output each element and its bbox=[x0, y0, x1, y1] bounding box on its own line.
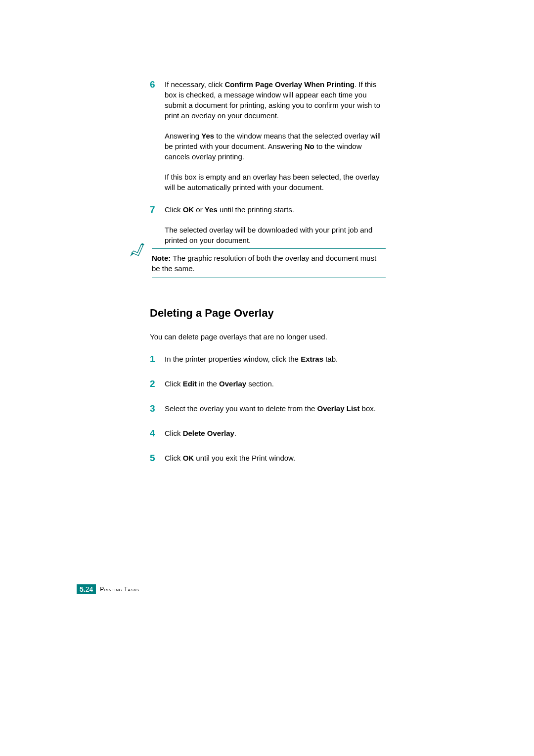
step-number: 6 bbox=[150, 79, 162, 90]
section-intro: You can delete page overlays that are no… bbox=[150, 332, 327, 341]
step-number: 3 bbox=[150, 403, 162, 414]
step-3: 3 Select the overlay you want to delete … bbox=[150, 403, 387, 414]
step-6: 6 If necessary, click Confirm Page Overl… bbox=[150, 79, 387, 192]
step-body: Click Edit in the Overlay section. bbox=[162, 378, 387, 389]
step-number: 2 bbox=[150, 378, 162, 389]
step-2: 2 Click Edit in the Overlay section. bbox=[150, 378, 387, 389]
step-paragraph: If necessary, click Confirm Page Overlay… bbox=[165, 79, 387, 121]
page-footer: 5.24 Printing Tasks bbox=[77, 584, 139, 594]
step-paragraph: Click Edit in the Overlay section. bbox=[165, 378, 387, 389]
step-number: 4 bbox=[150, 428, 162, 439]
note-box: Note: The graphic resolution of both the… bbox=[129, 248, 387, 278]
step-body: In the printer properties window, click … bbox=[162, 354, 387, 364]
note-divider-bottom bbox=[152, 278, 386, 278]
step-body: If necessary, click Confirm Page Overlay… bbox=[162, 79, 387, 192]
step-paragraph: Answering Yes to the window means that t… bbox=[165, 131, 387, 162]
step-paragraph: The selected overlay will be downloaded … bbox=[165, 225, 387, 245]
page-number-box: 5.24 bbox=[77, 584, 96, 594]
step-paragraph: Click Delete Overlay. bbox=[165, 428, 387, 438]
step-paragraph: If this box is empty and an overlay has … bbox=[165, 172, 387, 192]
main-content: 6 If necessary, click Confirm Page Overl… bbox=[150, 79, 387, 257]
section-heading: Deleting a Page Overlay bbox=[150, 307, 274, 320]
note-text: Note: The graphic resolution of both the… bbox=[152, 253, 386, 274]
steps-list-deleting: 1 In the printer properties window, clic… bbox=[150, 354, 387, 477]
step-paragraph: Click OK until you exit the Print window… bbox=[165, 453, 387, 463]
step-number: 1 bbox=[150, 354, 162, 365]
step-number: 5 bbox=[150, 453, 162, 464]
note-icon bbox=[129, 242, 148, 261]
step-7: 7 Click OK or Yes until the printing sta… bbox=[150, 204, 387, 245]
note-divider-top bbox=[152, 248, 386, 249]
step-1: 1 In the printer properties window, clic… bbox=[150, 354, 387, 365]
step-paragraph: Click OK or Yes until the printing start… bbox=[165, 204, 387, 215]
step-4: 4 Click Delete Overlay. bbox=[150, 428, 387, 439]
step-5: 5 Click OK until you exit the Print wind… bbox=[150, 453, 387, 464]
footer-chapter-title: Printing Tasks bbox=[100, 586, 139, 593]
step-paragraph: Select the overlay you want to delete fr… bbox=[165, 403, 387, 414]
step-body: Select the overlay you want to delete fr… bbox=[162, 403, 387, 414]
step-body: Click Delete Overlay. bbox=[162, 428, 387, 438]
step-number: 7 bbox=[150, 204, 162, 215]
step-paragraph: In the printer properties window, click … bbox=[165, 354, 387, 364]
step-body: Click OK until you exit the Print window… bbox=[162, 453, 387, 463]
step-body: Click OK or Yes until the printing start… bbox=[162, 204, 387, 245]
